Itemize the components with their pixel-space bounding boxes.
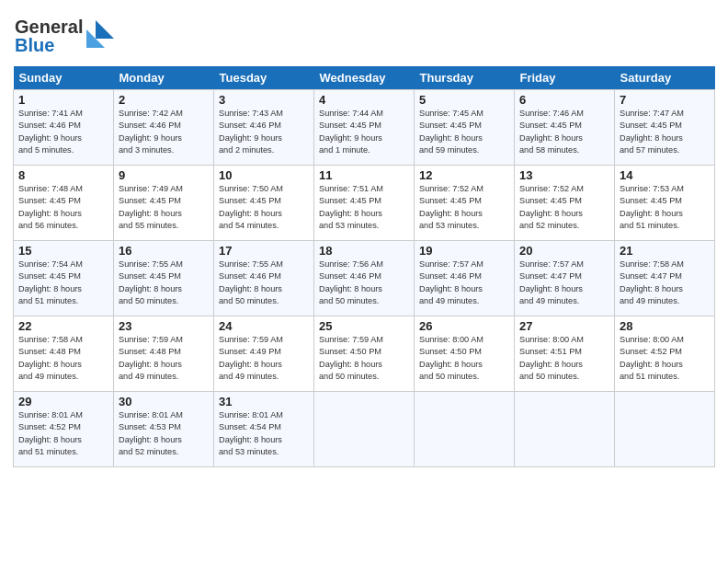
day-info: Sunrise: 7:49 AM Sunset: 4:45 PM Dayligh… [119, 183, 209, 232]
calendar-cell: 27Sunrise: 8:00 AM Sunset: 4:51 PM Dayli… [515, 316, 615, 392]
day-number: 16 [119, 244, 209, 258]
header: General Blue [13, 9, 715, 61]
calendar-cell [314, 392, 415, 467]
day-info: Sunrise: 7:41 AM Sunset: 4:46 PM Dayligh… [18, 108, 108, 156]
day-number: 19 [419, 244, 509, 258]
day-number: 28 [620, 319, 710, 333]
week-row-5: 29Sunrise: 8:01 AM Sunset: 4:52 PM Dayli… [14, 392, 715, 467]
day-info: Sunrise: 7:56 AM Sunset: 4:46 PM Dayligh… [319, 259, 409, 307]
week-row-1: 1Sunrise: 7:41 AM Sunset: 4:46 PM Daylig… [14, 90, 715, 166]
svg-text:Blue: Blue [15, 35, 54, 55]
day-info: Sunrise: 7:58 AM Sunset: 4:47 PM Dayligh… [620, 259, 710, 307]
calendar-cell: 31Sunrise: 8:01 AM Sunset: 4:54 PM Dayli… [214, 392, 314, 467]
day-info: Sunrise: 7:45 AM Sunset: 4:45 PM Dayligh… [419, 108, 509, 156]
day-info: Sunrise: 7:48 AM Sunset: 4:45 PM Dayligh… [18, 183, 108, 232]
calendar-cell: 17Sunrise: 7:55 AM Sunset: 4:46 PM Dayli… [214, 241, 314, 316]
calendar-cell: 22Sunrise: 7:58 AM Sunset: 4:48 PM Dayli… [14, 316, 114, 392]
day-info: Sunrise: 7:47 AM Sunset: 4:45 PM Dayligh… [620, 108, 710, 156]
col-header-sunday: Sunday [14, 66, 114, 90]
day-number: 18 [319, 244, 409, 258]
day-info: Sunrise: 7:59 AM Sunset: 4:48 PM Dayligh… [119, 334, 209, 383]
day-info: Sunrise: 8:01 AM Sunset: 4:54 PM Dayligh… [219, 409, 309, 458]
calendar-cell: 24Sunrise: 7:59 AM Sunset: 4:49 PM Dayli… [214, 316, 314, 392]
day-info: Sunrise: 7:57 AM Sunset: 4:47 PM Dayligh… [519, 259, 609, 307]
day-info: Sunrise: 7:53 AM Sunset: 4:45 PM Dayligh… [620, 183, 710, 232]
day-number: 2 [119, 93, 209, 107]
calendar-cell: 9Sunrise: 7:49 AM Sunset: 4:45 PM Daylig… [114, 166, 214, 241]
calendar-cell: 3Sunrise: 7:43 AM Sunset: 4:46 PM Daylig… [214, 90, 314, 166]
col-header-wednesday: Wednesday [314, 66, 415, 90]
calendar-cell: 28Sunrise: 8:00 AM Sunset: 4:52 PM Dayli… [615, 316, 715, 392]
calendar-cell: 19Sunrise: 7:57 AM Sunset: 4:46 PM Dayli… [415, 241, 515, 316]
day-info: Sunrise: 7:59 AM Sunset: 4:49 PM Dayligh… [219, 334, 309, 383]
day-number: 5 [419, 93, 509, 107]
calendar-cell: 21Sunrise: 7:58 AM Sunset: 4:47 PM Dayli… [615, 241, 715, 316]
calendar-cell: 26Sunrise: 8:00 AM Sunset: 4:50 PM Dayli… [415, 316, 515, 392]
day-info: Sunrise: 7:58 AM Sunset: 4:48 PM Dayligh… [18, 334, 108, 383]
calendar-cell: 14Sunrise: 7:53 AM Sunset: 4:45 PM Dayli… [615, 166, 715, 241]
day-info: Sunrise: 7:59 AM Sunset: 4:50 PM Dayligh… [319, 334, 409, 383]
day-number: 22 [18, 319, 108, 333]
col-header-monday: Monday [114, 66, 214, 90]
day-info: Sunrise: 7:46 AM Sunset: 4:45 PM Dayligh… [519, 108, 609, 156]
day-info: Sunrise: 8:01 AM Sunset: 4:52 PM Dayligh… [18, 409, 108, 458]
calendar-cell: 11Sunrise: 7:51 AM Sunset: 4:45 PM Dayli… [314, 166, 415, 241]
day-number: 9 [119, 168, 209, 182]
day-number: 21 [620, 244, 710, 258]
day-number: 26 [419, 319, 509, 333]
day-number: 14 [620, 168, 710, 182]
day-info: Sunrise: 7:43 AM Sunset: 4:46 PM Dayligh… [219, 108, 309, 156]
day-number: 23 [119, 319, 209, 333]
day-info: Sunrise: 7:52 AM Sunset: 4:45 PM Dayligh… [519, 183, 609, 232]
day-number: 30 [119, 395, 209, 408]
calendar-cell [615, 392, 715, 467]
day-number: 25 [319, 319, 409, 333]
day-info: Sunrise: 7:55 AM Sunset: 4:46 PM Dayligh… [219, 259, 309, 307]
col-header-thursday: Thursday [415, 66, 515, 90]
day-number: 20 [519, 244, 609, 258]
logo: General Blue [13, 13, 114, 61]
day-info: Sunrise: 7:51 AM Sunset: 4:45 PM Dayligh… [319, 183, 409, 232]
week-row-2: 8Sunrise: 7:48 AM Sunset: 4:45 PM Daylig… [14, 166, 715, 241]
day-number: 31 [219, 395, 309, 408]
header-row: SundayMondayTuesdayWednesdayThursdayFrid… [14, 66, 715, 90]
calendar-cell [415, 392, 515, 467]
calendar-cell: 10Sunrise: 7:50 AM Sunset: 4:45 PM Dayli… [214, 166, 314, 241]
day-number: 27 [519, 319, 609, 333]
svg-marker-2 [96, 20, 114, 39]
calendar-cell: 13Sunrise: 7:52 AM Sunset: 4:45 PM Dayli… [515, 166, 615, 241]
day-info: Sunrise: 7:52 AM Sunset: 4:45 PM Dayligh… [419, 183, 509, 232]
day-info: Sunrise: 7:57 AM Sunset: 4:46 PM Dayligh… [419, 259, 509, 307]
day-number: 10 [219, 168, 309, 182]
day-number: 1 [18, 93, 108, 107]
calendar-cell: 4Sunrise: 7:44 AM Sunset: 4:45 PM Daylig… [314, 90, 415, 166]
day-info: Sunrise: 7:54 AM Sunset: 4:45 PM Dayligh… [18, 259, 108, 307]
calendar-cell: 1Sunrise: 7:41 AM Sunset: 4:46 PM Daylig… [14, 90, 114, 166]
day-number: 4 [319, 93, 409, 107]
day-number: 7 [620, 93, 710, 107]
page-container: General Blue SundayMondayTuesdayWednesda… [0, 0, 728, 477]
day-info: Sunrise: 7:55 AM Sunset: 4:45 PM Dayligh… [119, 259, 209, 307]
day-number: 24 [219, 319, 309, 333]
calendar-cell: 5Sunrise: 7:45 AM Sunset: 4:45 PM Daylig… [415, 90, 515, 166]
day-info: Sunrise: 8:00 AM Sunset: 4:52 PM Dayligh… [620, 334, 710, 383]
calendar-cell: 30Sunrise: 8:01 AM Sunset: 4:53 PM Dayli… [114, 392, 214, 467]
col-header-tuesday: Tuesday [214, 66, 314, 90]
day-number: 12 [419, 168, 509, 182]
day-number: 13 [519, 168, 609, 182]
svg-text:General: General [15, 17, 83, 37]
calendar-cell: 6Sunrise: 7:46 AM Sunset: 4:45 PM Daylig… [515, 90, 615, 166]
calendar-table: SundayMondayTuesdayWednesdayThursdayFrid… [13, 66, 715, 467]
calendar-cell: 12Sunrise: 7:52 AM Sunset: 4:45 PM Dayli… [415, 166, 515, 241]
day-info: Sunrise: 7:42 AM Sunset: 4:46 PM Dayligh… [119, 108, 209, 156]
day-number: 15 [18, 244, 108, 258]
day-info: Sunrise: 8:01 AM Sunset: 4:53 PM Dayligh… [119, 409, 209, 458]
calendar-cell: 25Sunrise: 7:59 AM Sunset: 4:50 PM Dayli… [314, 316, 415, 392]
day-info: Sunrise: 7:44 AM Sunset: 4:45 PM Dayligh… [319, 108, 409, 156]
week-row-4: 22Sunrise: 7:58 AM Sunset: 4:48 PM Dayli… [14, 316, 715, 392]
col-header-saturday: Saturday [615, 66, 715, 90]
day-number: 6 [519, 93, 609, 107]
calendar-cell: 29Sunrise: 8:01 AM Sunset: 4:52 PM Dayli… [14, 392, 114, 467]
col-header-friday: Friday [515, 66, 615, 90]
day-number: 17 [219, 244, 309, 258]
